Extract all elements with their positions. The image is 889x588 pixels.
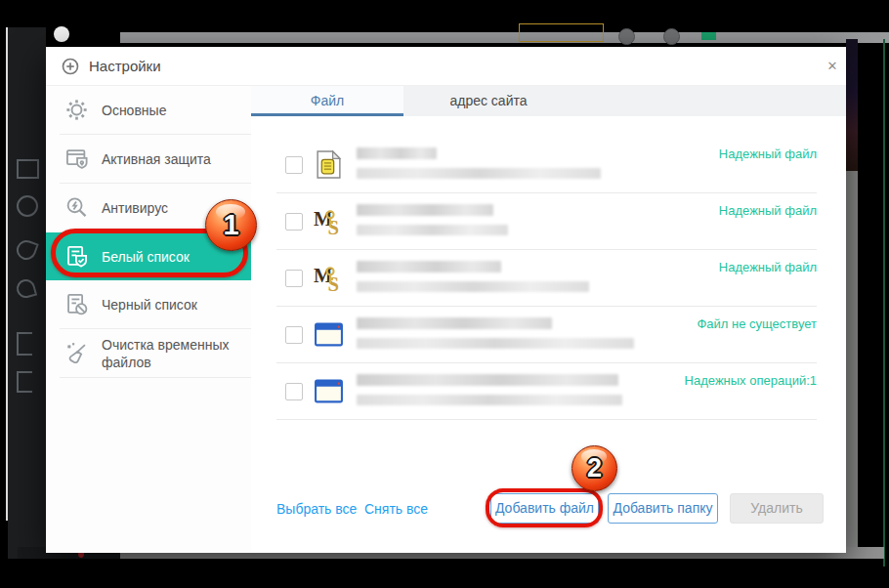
- list-row[interactable]: Надежный файл: [251, 137, 846, 193]
- list-row[interactable]: MSНадежный файл: [251, 193, 846, 250]
- background-letter-icon: [17, 332, 32, 356]
- sidebar-item-5[interactable]: Очистка временных файлов: [46, 329, 251, 377]
- dialog-titlebar: Настройки ✕: [46, 47, 846, 86]
- background-letter-icon: [17, 371, 32, 393]
- annotation-number-2: 2: [587, 453, 602, 483]
- row-status: Надежный файл: [719, 147, 817, 161]
- annotation-badge-1: 1: [205, 199, 257, 251]
- row-checkbox[interactable]: [285, 326, 303, 344]
- background-logo: [54, 26, 69, 42]
- annotation-badge-2: 2: [572, 445, 617, 491]
- redacted-file-name: [357, 204, 493, 216]
- sidebar-item-label: Очистка временных файлов: [102, 336, 241, 371]
- list-row[interactable]: MSНадежный файл: [251, 250, 846, 307]
- whitelist-file-list: Надежный файлMSНадежный файлMSНадежный ф…: [251, 137, 846, 420]
- redacted-file-name: [357, 147, 437, 159]
- sidebar-item-0[interactable]: Основные: [46, 86, 251, 134]
- background-panel-sliver: [846, 171, 858, 547]
- sidebar-item-label: Антивирус: [102, 199, 168, 217]
- row-checkbox[interactable]: [285, 270, 303, 287]
- background-toolbar-icon: [663, 28, 680, 45]
- deselect-all-link[interactable]: Снять все: [364, 501, 428, 517]
- gear-icon: [64, 97, 90, 123]
- background-green-edge: [883, 39, 885, 567]
- ms-key-icon: MS: [314, 206, 344, 236]
- row-checkbox[interactable]: [285, 213, 303, 231]
- window-app-icon: [314, 376, 344, 406]
- antivirus-icon: [64, 194, 90, 221]
- content-pane: Файл адрес сайта Надежный файлMSНадежный…: [251, 86, 846, 553]
- annotation-number-1: 1: [223, 209, 238, 241]
- sidebar-item-label: Основные: [102, 102, 166, 119]
- list-row[interactable]: Надежных операций:1: [251, 363, 846, 420]
- redacted-file-path: [357, 281, 589, 292]
- window-app-icon: [314, 319, 344, 350]
- sidebar-item-label: Черный список: [102, 296, 197, 314]
- blacklist-icon: [64, 291, 90, 317]
- row-status: Надежных операций:1: [685, 373, 817, 388]
- background-highlight-frame: [519, 23, 604, 42]
- background-wallpaper-sliver: [846, 39, 858, 171]
- sidebar-separator: [60, 377, 251, 378]
- sidebar-item-4[interactable]: Черный список: [46, 280, 251, 328]
- background-monitor-icon: [17, 159, 39, 179]
- script-file-icon: [314, 149, 344, 180]
- settings-dialog: Настройки ✕ ОсновныеАктивная защитаАнтив…: [46, 47, 846, 553]
- background-circle-icon: [17, 195, 38, 217]
- background-toolbar-icon: [618, 28, 635, 45]
- cleanup-icon: [64, 340, 90, 366]
- list-row[interactable]: Файл не существует: [251, 307, 846, 363]
- background-clean-icon: [15, 277, 37, 300]
- dialog-title: Настройки: [89, 47, 161, 86]
- row-status: Надежный файл: [719, 203, 817, 218]
- tab-bar: Файл адрес сайта: [251, 86, 846, 116]
- row-checkbox[interactable]: [285, 383, 303, 400]
- redacted-file-name: [357, 374, 618, 386]
- row-separator: [276, 419, 817, 420]
- select-all-link[interactable]: Выбрать все: [276, 501, 357, 517]
- delete-button[interactable]: Удалить: [730, 493, 824, 524]
- sidebar-item-label: Активная защита: [102, 150, 211, 168]
- add-folder-button[interactable]: Добавить папку: [608, 493, 718, 524]
- redacted-file-name: [357, 261, 501, 273]
- sidebar-item-1[interactable]: Активная защита: [46, 135, 251, 183]
- tab-file[interactable]: Файл: [251, 86, 403, 116]
- redacted-file-path: [357, 395, 622, 405]
- background-toolbar: [120, 32, 889, 43]
- background-status-chip: [701, 32, 716, 40]
- row-status: Файл не существует: [697, 316, 817, 331]
- background-bird-icon: [14, 237, 39, 263]
- settings-logo-icon: [61, 57, 80, 76]
- tab-site-address[interactable]: адрес сайта: [403, 86, 573, 116]
- annotation-frame-2: [486, 488, 603, 527]
- active-protection-icon: [64, 146, 90, 172]
- background-app-sidebar: [8, 27, 46, 559]
- row-checkbox[interactable]: [285, 156, 303, 174]
- ms-key-icon: MS: [314, 263, 344, 293]
- row-status: Надежный файл: [719, 260, 817, 274]
- close-icon[interactable]: ✕: [823, 57, 842, 76]
- redacted-file-path: [357, 225, 508, 235]
- redacted-file-path: [357, 168, 601, 179]
- redacted-file-name: [357, 317, 552, 329]
- redacted-file-path: [357, 338, 634, 349]
- sidebar: ОсновныеАктивная защитаАнтивирусБелый сп…: [46, 86, 251, 553]
